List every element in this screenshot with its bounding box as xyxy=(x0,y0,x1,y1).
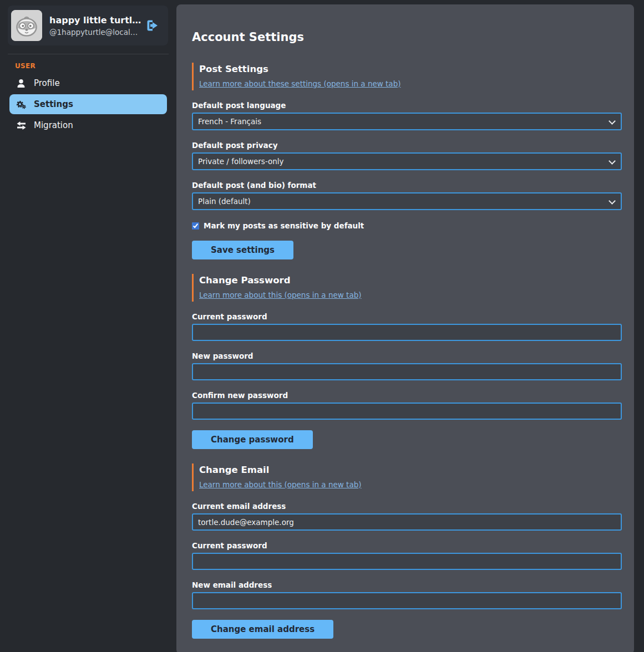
change-email-header: Change Email Learn more about this (open… xyxy=(192,463,622,491)
mark-sensitive-checkbox[interactable] xyxy=(192,222,199,230)
checkbox-label: Mark my posts as sensitive by default xyxy=(204,221,364,230)
user-card: happy little turtl… @1happyturtle@local… xyxy=(8,6,168,45)
field-label: Default post (and bio) format xyxy=(192,181,622,190)
field-label: Default post language xyxy=(192,101,622,110)
default-post-format-select[interactable]: Plain (default) xyxy=(192,192,622,210)
sign-out-icon xyxy=(146,19,160,32)
confirm-new-password-field: Confirm new password xyxy=(192,391,622,420)
post-settings-section: Post Settings Learn more about these set… xyxy=(192,63,622,259)
default-post-privacy-select[interactable]: Private / followers-only xyxy=(192,152,622,170)
post-settings-header: Post Settings Learn more about these set… xyxy=(192,63,622,90)
current-password-input[interactable] xyxy=(192,324,622,341)
sidebar-item-label: Settings xyxy=(34,99,73,109)
new-password-input[interactable] xyxy=(192,363,622,380)
change-password-learn-more-link[interactable]: Learn more about this (opens in a new ta… xyxy=(199,291,362,299)
sign-out-button[interactable] xyxy=(146,19,160,32)
sidebar-item-settings[interactable]: Settings xyxy=(9,94,167,114)
gears-icon xyxy=(16,100,26,109)
sidebar-item-migration[interactable]: Migration xyxy=(9,115,167,135)
field-label: Current password xyxy=(192,312,622,321)
default-post-format-field: Default post (and bio) format Plain (def… xyxy=(192,181,622,210)
current-email-input[interactable] xyxy=(192,513,622,531)
email-current-password-input[interactable] xyxy=(192,553,622,570)
save-settings-button[interactable]: Save settings xyxy=(192,241,293,259)
change-password-header: Change Password Learn more about this (o… xyxy=(192,274,622,302)
change-email-button[interactable]: Change email address xyxy=(192,620,333,639)
user-display-name: happy little turtl… xyxy=(49,15,139,26)
page-title: Account Settings xyxy=(192,30,622,44)
field-label: New password xyxy=(192,352,622,360)
confirm-new-password-input[interactable] xyxy=(192,403,622,420)
sidebar-item-profile[interactable]: Profile xyxy=(9,73,167,93)
sloth-avatar-image xyxy=(11,10,42,41)
field-label: Confirm new password xyxy=(192,391,622,400)
section-heading: Change Email xyxy=(199,465,622,475)
sidebar-divider xyxy=(8,54,169,54)
current-email-field: Current email address xyxy=(192,502,622,531)
avatar xyxy=(11,10,42,41)
field-label: New email address xyxy=(192,580,622,589)
sidebar: happy little turtl… @1happyturtle@local…… xyxy=(0,0,176,652)
user-meta: happy little turtl… @1happyturtle@local… xyxy=(49,15,139,37)
sidebar-nav: Profile Settings xyxy=(0,73,176,135)
change-email-section: Change Email Learn more about this (open… xyxy=(192,463,622,639)
default-post-language-select[interactable]: French - Français xyxy=(192,113,622,130)
new-email-input[interactable] xyxy=(192,592,622,609)
sidebar-item-label: Migration xyxy=(34,120,73,130)
new-email-field: New email address xyxy=(192,580,622,609)
change-password-button[interactable]: Change password xyxy=(192,430,313,449)
nav-section-label: USER xyxy=(15,62,176,70)
default-post-privacy-field: Default post privacy Private / followers… xyxy=(192,141,622,170)
change-email-learn-more-link[interactable]: Learn more about this (opens in a new ta… xyxy=(199,480,362,489)
settings-page: happy little turtl… @1happyturtle@local…… xyxy=(0,0,644,652)
account-settings-panel: Account Settings Post Settings Learn mor… xyxy=(176,4,634,652)
section-heading: Post Settings xyxy=(199,64,622,74)
sensitive-default-row: Mark my posts as sensitive by default xyxy=(192,221,622,230)
post-settings-learn-more-link[interactable]: Learn more about these settings (opens i… xyxy=(199,79,400,88)
default-post-language-field: Default post language French - Français xyxy=(192,101,622,130)
user-handle: @1happyturtle@local… xyxy=(49,28,139,37)
person-icon xyxy=(16,79,26,88)
section-heading: Change Password xyxy=(199,275,622,286)
change-password-section: Change Password Learn more about this (o… xyxy=(192,274,622,449)
field-label: Current password xyxy=(192,541,622,550)
field-label: Current email address xyxy=(192,502,622,511)
new-password-field: New password xyxy=(192,352,622,380)
sidebar-item-label: Profile xyxy=(34,78,60,88)
current-password-field: Current password xyxy=(192,312,622,341)
email-current-password-field: Current password xyxy=(192,541,622,570)
field-label: Default post privacy xyxy=(192,141,622,150)
exchange-arrows-icon xyxy=(16,121,26,130)
